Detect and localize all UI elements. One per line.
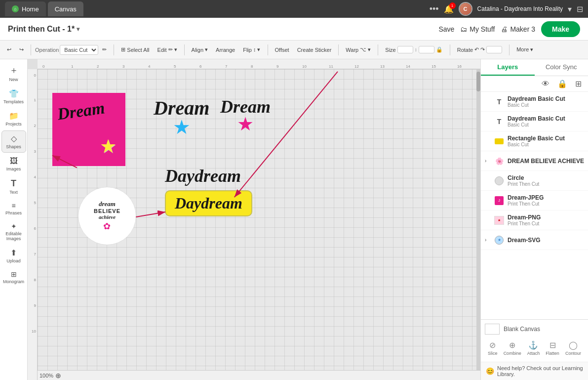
operation-group: Operation Basic Cut ✏ (35, 45, 110, 55)
align-label: Align (192, 47, 203, 53)
layer-name-3: Rectangle Basic Cut (508, 135, 584, 142)
right-panel: Layers Color Sync 👁 🔒 ⊞ T Daydream Basic… (480, 59, 588, 380)
panel-lock-button[interactable]: 🔒 (555, 78, 570, 89)
user-dropdown-icon[interactable]: ▾ (568, 4, 572, 14)
pink-rectangle[interactable]: Dream ★ (52, 93, 125, 166)
help-bar: 😊 Need help? Check out our Learning Libr… (481, 362, 588, 380)
sidebar-item-phrases[interactable]: ≡ Phrases (1, 199, 26, 218)
user-avatar[interactable]: C (459, 2, 472, 16)
jpeg-label: J (498, 198, 500, 203)
more-dots[interactable]: ••• (430, 4, 439, 14)
ruler-top: 0 1 2 3 4 5 6 7 8 9 10 11 12 13 14 15 16 (38, 59, 480, 69)
toolbar-separator-8 (509, 44, 510, 55)
user-info[interactable]: Catalina - Daydream Into Reality (477, 5, 563, 12)
scrollbar-right[interactable] (476, 69, 480, 370)
layer-info-4: DREAM BELIEVE ACHIEVE (508, 158, 584, 165)
rotate-input[interactable] (486, 46, 502, 53)
size-button[interactable]: Size ↕ 🔒 (382, 44, 445, 55)
panel-eye-button[interactable]: 👁 (539, 79, 552, 89)
toolbar-separator-7 (450, 44, 450, 55)
operation-select[interactable]: Basic Cut (60, 45, 98, 55)
slice-button[interactable]: ⊘ Slice (488, 340, 498, 356)
canvas-content[interactable]: Dream ★ Dream ★ Dream ★ Dayd (38, 69, 480, 370)
home-tab[interactable]: ⌂ Home (5, 1, 46, 16)
combine-button[interactable]: ⊕ Combine (504, 340, 521, 356)
sidebar-item-templates[interactable]: 👕 Templates (1, 86, 26, 107)
create-sticker-button[interactable]: Create Sticker (294, 45, 335, 54)
undo-button[interactable]: ↩ (4, 45, 14, 54)
sidebar-item-images[interactable]: 🖼 Images (1, 154, 26, 174)
offset-button[interactable]: Offset (272, 45, 292, 54)
layer-item-daydream-2[interactable]: T Daydream Basic Cut Basic Cut (481, 112, 588, 131)
dream-group-2: Dream ★ (154, 96, 209, 138)
ruler-left: 0 1 2 3 4 5 6 7 8 9 10 (28, 69, 38, 380)
layer-item-rectangle[interactable]: Rectangle Basic Cut Basic Cut (481, 131, 588, 151)
layer-item-dream-group[interactable]: › 🌸 DREAM BELIEVE ACHIEVE (481, 151, 588, 171)
daydream-yellow-box[interactable]: Daydream (165, 190, 252, 216)
layer-name-6: Dream-JPEG (508, 194, 584, 201)
layer-icon-png: ★ (494, 215, 505, 226)
maker-button[interactable]: 🖨 Maker 3 (501, 25, 535, 33)
blank-canvas-label: Blank Canvas (504, 326, 540, 333)
sidebar-upload-label: Upload (6, 258, 21, 263)
sidebar-item-shapes[interactable]: ◇ Shapes (1, 130, 26, 153)
title-caret-icon: ▾ (77, 26, 79, 33)
layer-item-dream-png[interactable]: ★ Dream-PNG Print Then Cut (481, 211, 588, 230)
save-button[interactable]: Save (438, 25, 454, 33)
panel-bottom: Blank Canvas ⊘ Slice ⊕ Combine ⚓ Attach … (481, 319, 588, 362)
circle-dream[interactable]: dream BELIEVE achieve ✿ (78, 187, 136, 245)
rotate-button[interactable]: Rotate ↶ ↷ (454, 44, 505, 55)
flip-button[interactable]: Flip ↕ ▾ (240, 45, 263, 54)
layer-expand-icon-4: › (485, 158, 491, 164)
panel-group-button[interactable]: ⊞ (573, 78, 584, 89)
flatten-button[interactable]: ⊟ Flatten (546, 340, 559, 356)
operation-tool-btn[interactable]: ✏ (99, 45, 110, 54)
layer-item-dream-jpeg[interactable]: J Dream-JPEG Print Then Cut (481, 191, 588, 211)
layer-info-5: Circle Print Then Cut (508, 174, 584, 187)
tab-layers[interactable]: Layers (481, 59, 535, 76)
sidebar-item-upload[interactable]: ⬆ Upload (1, 245, 26, 266)
layer-expand-icon-8: › (485, 237, 491, 243)
rotate-icons: ↶ ↷ (474, 46, 485, 53)
contour-button[interactable]: ◯ Contour (565, 340, 581, 356)
attach-button[interactable]: ⚓ Attach (527, 340, 540, 356)
layer-type-5: Print Then Cut (508, 181, 584, 187)
window-minimize-icon[interactable]: ⊟ (577, 4, 583, 14)
circle-dream-text: dream (94, 200, 120, 208)
make-button[interactable]: Make (541, 21, 580, 37)
tab-color-sync[interactable]: Color Sync (535, 59, 588, 76)
notifications-bell[interactable]: 🔔 1 (444, 4, 454, 14)
canvas-area[interactable]: 0 1 2 3 4 5 6 7 8 9 10 11 12 13 14 15 16… (28, 59, 480, 380)
redo-button[interactable]: ↪ (16, 45, 27, 54)
panel-tabs: Layers Color Sync (481, 59, 588, 76)
arrange-label: Arrange (216, 47, 235, 53)
arrange-button[interactable]: Arrange (213, 45, 238, 54)
select-all-button[interactable]: ⊞ Select All (118, 45, 152, 54)
my-stuff-button[interactable]: 🗂 My Stuff (460, 25, 495, 33)
width-input[interactable] (397, 46, 413, 53)
text-type-icon-2: T (497, 118, 502, 126)
toolbar-separator-3 (184, 44, 185, 55)
sidebar-item-new[interactable]: ＋ New (1, 61, 26, 85)
more-button[interactable]: More ▾ (513, 45, 536, 54)
layer-item-circle[interactable]: Circle Print Then Cut (481, 171, 588, 191)
align-button[interactable]: Align ▾ (189, 45, 211, 54)
layer-item-daydream-1[interactable]: T Daydream Basic Cut Basic Cut (481, 92, 588, 112)
sidebar-item-text[interactable]: T Text (1, 175, 26, 198)
sidebar-item-monogram[interactable]: ⊞ Monogram (1, 267, 26, 287)
combine-label: Combine (504, 351, 521, 356)
project-title[interactable]: Print then Cut - 1* ▾ (8, 25, 79, 34)
scrollbar-thumb[interactable] (476, 72, 480, 91)
layer-item-dream-svg[interactable]: › ★ Dream-SVG (481, 230, 588, 250)
sidebar-projects-label: Projects (5, 122, 22, 127)
warp-button[interactable]: Warp ⌥ ▾ (343, 45, 374, 54)
sidebar-item-projects[interactable]: 📁 Projects (1, 108, 26, 129)
zoom-in-button[interactable]: ⊕ (55, 372, 61, 380)
sidebar-item-editable-images[interactable]: ✦ Editable Images (1, 219, 26, 244)
contour-icon: ◯ (569, 340, 578, 350)
canvas-tab[interactable]: Canvas (48, 1, 83, 16)
lock-icon: 🔒 (436, 46, 443, 53)
edit-button[interactable]: Edit ✏ ▾ (155, 45, 180, 54)
height-input[interactable] (419, 46, 434, 53)
title-text: Print then Cut - 1* (8, 25, 75, 34)
